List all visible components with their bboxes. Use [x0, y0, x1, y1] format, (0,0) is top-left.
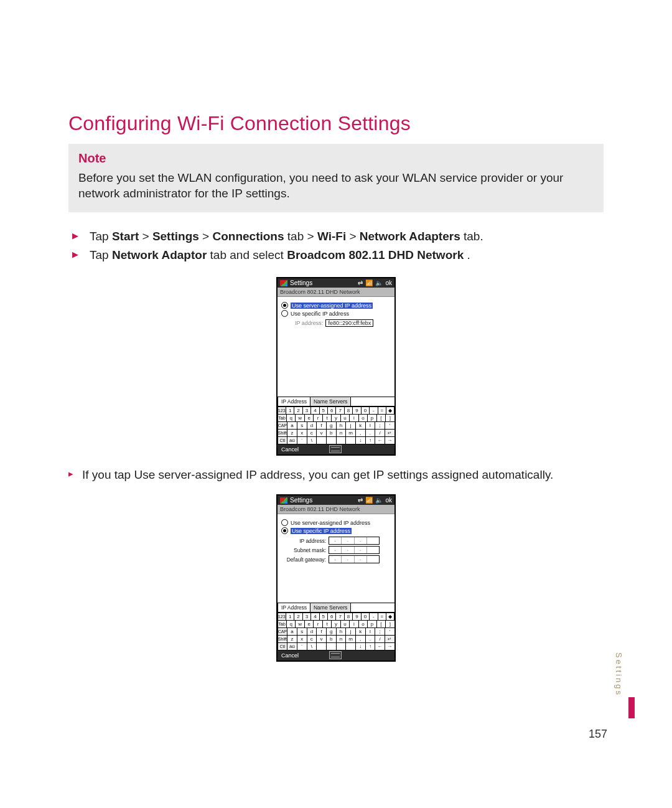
- titlebar: Settings ⇄ 📶 🔈 ok: [278, 496, 394, 505]
- subnet-mask-label: Subnet mask:: [281, 547, 326, 553]
- key[interactable]: `: [297, 436, 307, 444]
- note-text: Before you set the WLAN configuration, y…: [78, 171, 594, 201]
- section-side-marker: [628, 697, 635, 718]
- key[interactable]: áü: [287, 436, 297, 444]
- bottom-bar: Cancel: [278, 650, 394, 660]
- text: Tap: [90, 248, 112, 261]
- window-title: Settings: [290, 497, 312, 504]
- keyboard-icon[interactable]: [329, 445, 342, 453]
- cancel-button[interactable]: Cancel: [281, 652, 299, 659]
- connectivity-icon: ⇄: [358, 280, 363, 286]
- tab-name-servers[interactable]: Name Servers: [310, 603, 351, 612]
- key[interactable]: →: [385, 642, 395, 651]
- radio-dot-icon: [281, 310, 288, 317]
- ip-address-label: IP address:: [281, 538, 326, 544]
- radio-server-assigned[interactable]: Use server-assigned IP address: [281, 302, 391, 309]
- radio-dot-icon: [281, 519, 288, 526]
- tabs: IP Address Name Servers: [278, 397, 394, 406]
- soft-keyboard[interactable]: 1231234567890-=◆Tabqwertyuiop[]CAPasdfgh…: [278, 406, 394, 444]
- default-gateway-label: Default gateway:: [281, 557, 326, 563]
- text: >: [202, 230, 212, 243]
- key[interactable]: \: [307, 436, 317, 444]
- text: >: [142, 230, 152, 243]
- volume-icon: 🔈: [375, 497, 383, 504]
- radio-dot-icon: [281, 527, 288, 534]
- list-item: Tap Network Adaptor tab and select Broad…: [68, 246, 604, 265]
- page-number: 157: [589, 728, 607, 741]
- wifi-icon: 📶: [365, 280, 373, 286]
- key[interactable]: [336, 642, 347, 651]
- tab-name-servers[interactable]: Name Servers: [310, 397, 351, 406]
- text: Tap: [90, 230, 112, 243]
- page-title: Configuring Wi-Fi Connection Settings: [68, 112, 604, 135]
- list-item: Tap Start > Settings > Connections tab >…: [68, 227, 604, 246]
- ok-button[interactable]: ok: [385, 280, 392, 286]
- device-screenshot-2: Settings ⇄ 📶 🔈 ok Broadcom 802.11 DHD Ne…: [276, 494, 396, 662]
- breadcrumb: Broadcom 802.11 DHD Network: [278, 505, 394, 514]
- tab-ip-address[interactable]: IP Address: [278, 397, 310, 406]
- text: .: [467, 248, 470, 261]
- text-bold: Connections: [212, 230, 284, 243]
- start-icon[interactable]: [280, 497, 287, 504]
- radio-server-assigned[interactable]: Use server-assigned IP address: [281, 519, 391, 526]
- key[interactable]: [336, 436, 347, 444]
- section-side-label: Settings: [614, 652, 623, 697]
- note-box: Note Before you set the WLAN configurati…: [68, 144, 604, 212]
- step-list: Tap Start > Settings > Connections tab >…: [68, 227, 604, 265]
- radio-label: Use server-assigned IP address: [291, 520, 370, 526]
- sub-step: If you tap Use server-assigned IP addres…: [68, 464, 604, 486]
- text-bold: Start: [112, 230, 139, 243]
- radio-label: Use server-assigned IP address: [291, 303, 373, 309]
- key[interactable]: [326, 436, 337, 444]
- breadcrumb: Broadcom 802.11 DHD Network: [278, 288, 394, 297]
- key[interactable]: Ctl: [278, 642, 288, 651]
- key[interactable]: áü: [287, 642, 297, 651]
- keyboard-icon[interactable]: [329, 651, 342, 659]
- key[interactable]: `: [297, 642, 307, 651]
- subnet-mask-field[interactable]: ...: [329, 546, 380, 554]
- key[interactable]: Ctl: [278, 436, 288, 444]
- tab-ip-address[interactable]: IP Address: [278, 603, 310, 612]
- text-bold: Wi-Fi: [317, 230, 346, 243]
- key[interactable]: ↓: [355, 642, 366, 651]
- text: tab and select: [210, 248, 287, 261]
- cancel-button[interactable]: Cancel: [281, 446, 299, 453]
- key[interactable]: ↓: [355, 436, 366, 444]
- key[interactable]: ←: [375, 436, 385, 444]
- volume-icon: 🔈: [375, 280, 383, 286]
- default-gateway-field[interactable]: ...: [329, 555, 380, 563]
- text: tab.: [464, 230, 483, 243]
- radio-dot-icon: [281, 302, 288, 309]
- radio-specific[interactable]: Use specific IP address: [281, 310, 391, 317]
- key[interactable]: ↑: [365, 642, 376, 651]
- key[interactable]: [345, 436, 356, 444]
- ip-address-label: IP address:: [295, 320, 323, 326]
- key[interactable]: [345, 642, 356, 651]
- radio-specific[interactable]: Use specific IP address: [281, 527, 391, 534]
- text-bold: Network Adapters: [360, 230, 460, 243]
- text-bold: Broadcom 802.11 DHD Network: [287, 248, 464, 261]
- key[interactable]: ↑: [365, 436, 376, 444]
- titlebar: Settings ⇄ 📶 🔈 ok: [278, 278, 394, 288]
- text-bold: Settings: [152, 230, 199, 243]
- device-screenshot-1: Settings ⇄ 📶 🔈 ok Broadcom 802.11 DHD Ne…: [276, 277, 396, 456]
- key[interactable]: [316, 436, 327, 444]
- connectivity-icon: ⇄: [358, 497, 363, 504]
- key[interactable]: →: [385, 436, 395, 444]
- text-bold: Network Adaptor: [112, 248, 207, 261]
- key[interactable]: \: [307, 642, 317, 651]
- note-heading: Note: [78, 151, 594, 166]
- key[interactable]: [316, 642, 327, 651]
- start-icon[interactable]: [280, 280, 287, 286]
- soft-keyboard[interactable]: 1231234567890-=◆Tabqwertyuiop[]CAPasdfgh…: [278, 612, 394, 650]
- ip-address-field[interactable]: fe80::290:cff:febx: [325, 319, 373, 327]
- text: >: [349, 230, 359, 243]
- radio-label: Use specific IP address: [291, 311, 349, 317]
- ok-button[interactable]: ok: [385, 497, 392, 504]
- key[interactable]: ←: [375, 642, 385, 651]
- bottom-bar: Cancel: [278, 444, 394, 454]
- key[interactable]: [326, 642, 337, 651]
- window-title: Settings: [290, 280, 312, 286]
- text: tab >: [287, 230, 317, 243]
- ip-address-field[interactable]: ...: [329, 537, 380, 545]
